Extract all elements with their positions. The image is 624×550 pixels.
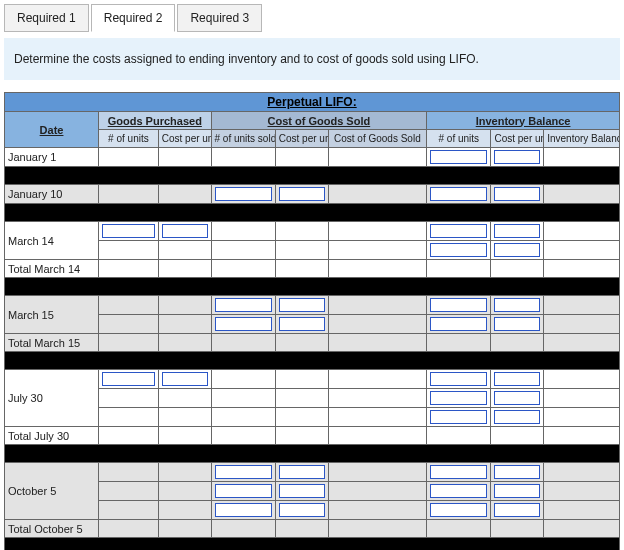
row-mar14-1: March 14: [5, 222, 620, 241]
label-total-mar14: Total March 14: [5, 260, 99, 278]
label-total-oct5: Total October 5: [5, 520, 99, 538]
inv-cost-input[interactable]: [494, 410, 540, 424]
inv-units-input[interactable]: [430, 243, 487, 257]
cogs-cost-input[interactable]: [279, 503, 325, 517]
inv-units-input[interactable]: [430, 372, 487, 386]
col-inv-total: Inventory Balance: [544, 130, 620, 148]
row-total-oct5: Total October 5: [5, 520, 620, 538]
row-jan1: January 1: [5, 148, 620, 167]
date-mar15: March 15: [5, 296, 99, 334]
inv-units-input[interactable]: [430, 410, 487, 424]
inv-units-input[interactable]: [430, 317, 487, 331]
cogs-units-input[interactable]: [215, 317, 272, 331]
gp-units-input[interactable]: [102, 224, 155, 238]
cogs-units-input[interactable]: [215, 465, 272, 479]
inv-cost-input[interactable]: [494, 391, 540, 405]
inv-cost-input[interactable]: [494, 298, 540, 312]
row-total-mar15: Total March 15: [5, 334, 620, 352]
inv-units-input[interactable]: [430, 150, 487, 164]
header-inventory-balance: Inventory Balance: [427, 112, 620, 130]
cogs-cost-input[interactable]: [279, 465, 325, 479]
cogs-units-input[interactable]: [215, 503, 272, 517]
cogs-cost-input[interactable]: [279, 187, 325, 201]
inv-cost-input[interactable]: [494, 150, 540, 164]
row-total-jul30: Total July 30: [5, 427, 620, 445]
cogs-cost-input[interactable]: [279, 317, 325, 331]
col-cogs-cost: Cost per unit: [275, 130, 328, 148]
inv-cost-input[interactable]: [494, 503, 540, 517]
date-oct5: October 5: [5, 463, 99, 520]
header-date: Date: [5, 112, 99, 148]
inv-units-input[interactable]: [430, 298, 487, 312]
cogs-cost-input[interactable]: [279, 484, 325, 498]
inv-units-input[interactable]: [430, 484, 487, 498]
tab-bar: Required 1 Required 2 Required 3: [4, 4, 620, 32]
inv-cost-input[interactable]: [494, 243, 540, 257]
col-cogs-total: Cost of Goods Sold: [328, 130, 427, 148]
inv-cost-input[interactable]: [494, 372, 540, 386]
date-jan10: January 10: [5, 185, 99, 204]
col-cogs-units: # of units sold: [211, 130, 275, 148]
table-title: Perpetual LIFO:: [5, 93, 620, 112]
cogs-units-input[interactable]: [215, 484, 272, 498]
lifo-table: Perpetual LIFO: Date Goods Purchased Cos…: [4, 92, 620, 550]
inv-cost-input[interactable]: [494, 317, 540, 331]
col-inv-cost: Cost per unit: [491, 130, 544, 148]
gp-units-input[interactable]: [102, 372, 155, 386]
row-jul30-1: July 30: [5, 370, 620, 389]
row-jan10: January 10: [5, 185, 620, 204]
tab-required-2[interactable]: Required 2: [91, 4, 176, 32]
header-goods-purchased: Goods Purchased: [99, 112, 211, 130]
cogs-cost-input[interactable]: [279, 298, 325, 312]
cogs-units-input[interactable]: [215, 187, 272, 201]
inv-units-input[interactable]: [430, 391, 487, 405]
inv-units-input[interactable]: [430, 465, 487, 479]
row-oct5-1: October 5: [5, 463, 620, 482]
date-mar14: March 14: [5, 222, 99, 260]
inv-units-input[interactable]: [430, 224, 487, 238]
col-gp-units: # of units: [99, 130, 159, 148]
gp-cost-input[interactable]: [162, 224, 208, 238]
row-mar15-1: March 15: [5, 296, 620, 315]
date-jul30: July 30: [5, 370, 99, 427]
row-total-mar14: Total March 14: [5, 260, 620, 278]
cogs-units-input[interactable]: [215, 298, 272, 312]
label-total-jul30: Total July 30: [5, 427, 99, 445]
col-gp-cost: Cost per unit: [158, 130, 211, 148]
inv-units-input[interactable]: [430, 503, 487, 517]
inv-cost-input[interactable]: [494, 187, 540, 201]
inv-cost-input[interactable]: [494, 224, 540, 238]
inv-cost-input[interactable]: [494, 465, 540, 479]
gp-cost-input[interactable]: [162, 372, 208, 386]
instruction-text: Determine the costs assigned to ending i…: [4, 38, 620, 80]
col-inv-units: # of units: [427, 130, 491, 148]
inv-cost-input[interactable]: [494, 484, 540, 498]
header-cogs: Cost of Goods Sold: [211, 112, 427, 130]
tab-required-3[interactable]: Required 3: [177, 4, 262, 32]
inv-units-input[interactable]: [430, 187, 487, 201]
tab-required-1[interactable]: Required 1: [4, 4, 89, 32]
date-jan1: January 1: [5, 148, 99, 167]
label-total-mar15: Total March 15: [5, 334, 99, 352]
